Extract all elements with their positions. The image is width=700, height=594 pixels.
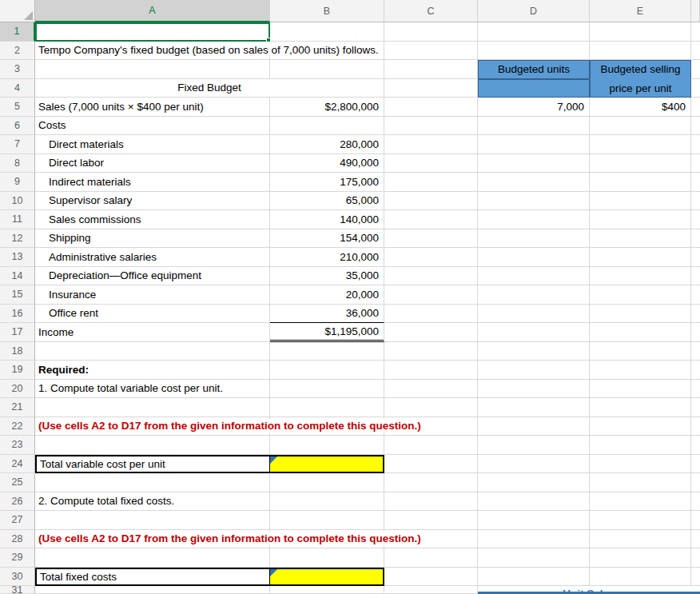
cell-cost-label[interactable]: Office rent bbox=[35, 305, 270, 324]
cell[interactable] bbox=[384, 210, 478, 229]
fill-handle[interactable] bbox=[266, 38, 271, 42]
cell[interactable] bbox=[270, 436, 384, 455]
cell[interactable] bbox=[478, 323, 590, 342]
row-header[interactable]: 24 bbox=[0, 455, 35, 474]
cell[interactable] bbox=[590, 42, 691, 61]
column-header-b[interactable]: B bbox=[270, 0, 384, 22]
row-header[interactable]: 6 bbox=[0, 117, 35, 136]
cell-cost-value[interactable]: 280,000 bbox=[270, 135, 384, 154]
cell-income-label[interactable]: Income bbox=[35, 323, 270, 342]
cell[interactable] bbox=[478, 248, 590, 267]
cell[interactable] bbox=[590, 455, 691, 474]
cell[interactable] bbox=[478, 210, 590, 229]
cell[interactable] bbox=[384, 42, 478, 61]
cell[interactable] bbox=[590, 229, 691, 249]
cell[interactable] bbox=[35, 60, 270, 79]
cell[interactable] bbox=[35, 398, 270, 417]
cell[interactable] bbox=[384, 60, 478, 79]
row-header[interactable]: 7 bbox=[0, 135, 35, 154]
cell[interactable] bbox=[478, 267, 590, 286]
cell[interactable] bbox=[384, 98, 478, 117]
cell[interactable] bbox=[384, 267, 478, 286]
cell[interactable] bbox=[590, 568, 691, 587]
cell[interactable] bbox=[590, 436, 691, 455]
cell-price-per-unit-header[interactable]: price per unit bbox=[590, 79, 691, 98]
cell[interactable] bbox=[35, 436, 270, 455]
cell[interactable] bbox=[384, 342, 478, 361]
row-header[interactable]: 8 bbox=[0, 154, 35, 173]
cell[interactable] bbox=[384, 135, 478, 154]
input-cell-total-fixed-costs[interactable] bbox=[270, 568, 384, 587]
cell-blue-empty[interactable] bbox=[478, 79, 590, 98]
row-header[interactable]: 16 bbox=[0, 305, 35, 324]
row-header[interactable]: 20 bbox=[0, 380, 35, 399]
cell[interactable] bbox=[590, 267, 691, 286]
cell-intro-text[interactable]: Tempo Company's fixed budget (based on s… bbox=[35, 42, 270, 61]
cell[interactable] bbox=[478, 229, 590, 249]
row-header[interactable]: 12 bbox=[0, 229, 35, 249]
cell-partial-blue-header[interactable]: Unit Sales bbox=[478, 586, 700, 594]
row-header[interactable]: 22 bbox=[0, 417, 35, 437]
row-header[interactable]: 19 bbox=[0, 361, 35, 380]
cell[interactable] bbox=[478, 492, 590, 512]
cell[interactable] bbox=[384, 79, 478, 98]
cell[interactable] bbox=[590, 210, 691, 229]
row-header[interactable]: 4 bbox=[0, 79, 35, 98]
cell[interactable] bbox=[590, 173, 691, 192]
row-header[interactable]: 3 bbox=[0, 60, 35, 79]
row-header[interactable]: 26 bbox=[0, 492, 35, 512]
cell-cost-value[interactable]: 490,000 bbox=[270, 154, 384, 173]
cell[interactable] bbox=[384, 192, 478, 211]
cell[interactable] bbox=[35, 586, 270, 594]
cell-cost-label[interactable]: Supervisor salary bbox=[35, 192, 270, 211]
cell[interactable] bbox=[384, 380, 478, 399]
cell[interactable] bbox=[590, 530, 691, 549]
cell-sales-amount[interactable]: $2,800,000 bbox=[270, 98, 384, 117]
cell-cost-value[interactable]: 210,000 bbox=[270, 248, 384, 267]
cell[interactable] bbox=[384, 22, 478, 42]
cell[interactable] bbox=[35, 473, 270, 492]
row-header[interactable]: 27 bbox=[0, 511, 35, 530]
cell-budgeted-selling-header[interactable]: Budgeted selling bbox=[590, 60, 691, 79]
cell[interactable] bbox=[384, 229, 478, 249]
cell-cost-label[interactable]: Insurance bbox=[35, 285, 270, 305]
cell[interactable] bbox=[478, 548, 590, 568]
cell[interactable] bbox=[590, 285, 691, 305]
cell[interactable] bbox=[270, 342, 384, 361]
cell-cost-value-underlined[interactable]: 36,000 bbox=[270, 305, 384, 324]
cell[interactable] bbox=[478, 305, 590, 324]
cell[interactable] bbox=[478, 342, 590, 361]
cell[interactable] bbox=[270, 22, 384, 42]
cell[interactable] bbox=[478, 42, 590, 61]
cell[interactable] bbox=[478, 455, 590, 474]
cell[interactable] bbox=[590, 135, 691, 154]
cell-cost-value[interactable]: 175,000 bbox=[270, 173, 384, 192]
cell[interactable] bbox=[590, 492, 691, 512]
cell[interactable] bbox=[478, 436, 590, 455]
cell[interactable] bbox=[384, 173, 478, 192]
row-header[interactable]: 23 bbox=[0, 436, 35, 455]
row-header[interactable]: 2 bbox=[0, 42, 35, 61]
cell[interactable] bbox=[384, 586, 478, 594]
cell[interactable] bbox=[590, 192, 691, 211]
row-header[interactable]: 28 bbox=[0, 530, 35, 549]
cell-total-variable-cost-label[interactable]: Total variable cost per unit bbox=[35, 455, 270, 474]
cell[interactable] bbox=[478, 173, 590, 192]
cell-cost-value[interactable]: 35,000 bbox=[270, 267, 384, 286]
column-header-a[interactable]: A bbox=[35, 0, 270, 22]
cell[interactable] bbox=[590, 380, 691, 399]
cell[interactable] bbox=[590, 117, 691, 136]
row-header[interactable]: 29 bbox=[0, 548, 35, 568]
cell[interactable] bbox=[384, 398, 478, 417]
cell-a1-selected[interactable] bbox=[35, 22, 270, 42]
row-header[interactable]: 13 bbox=[0, 248, 35, 267]
cell[interactable] bbox=[384, 248, 478, 267]
cell[interactable] bbox=[270, 380, 384, 399]
cell-cost-label[interactable]: Sales commissions bbox=[35, 210, 270, 229]
cell-cost-label[interactable]: Administrative salaries bbox=[35, 248, 270, 267]
cell[interactable] bbox=[384, 492, 478, 512]
cell[interactable] bbox=[384, 305, 478, 324]
input-cell-total-variable-cost[interactable] bbox=[270, 455, 384, 474]
cell[interactable] bbox=[384, 455, 478, 474]
select-all-corner[interactable] bbox=[0, 0, 35, 22]
